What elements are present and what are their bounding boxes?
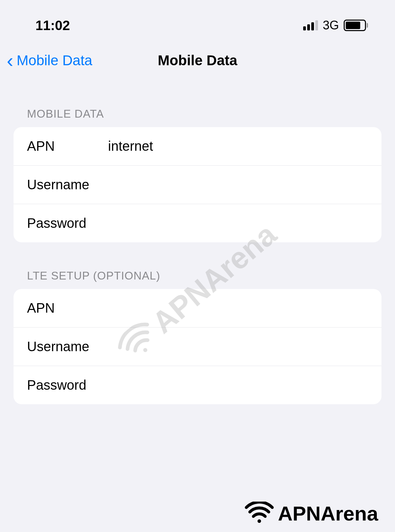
battery-icon xyxy=(344,20,368,31)
wifi-icon xyxy=(244,502,274,525)
form-group-lte-setup: APN Username Password xyxy=(14,289,381,404)
network-type-label: 3G xyxy=(323,18,339,32)
field-label-lte-apn: APN xyxy=(27,300,108,316)
form-group-mobile-data: APN Username Password xyxy=(14,127,381,242)
form-row-lte-username[interactable]: Username xyxy=(14,328,381,366)
back-button[interactable]: ‹ Mobile Data xyxy=(7,51,92,70)
lte-username-input[interactable] xyxy=(108,339,368,354)
brand-footer: APNArena xyxy=(244,502,378,525)
section-header-mobile-data: MOBILE DATA xyxy=(0,80,395,127)
field-label-password: Password xyxy=(27,216,108,231)
lte-apn-input[interactable] xyxy=(108,300,368,316)
status-time: 11:02 xyxy=(35,18,70,33)
status-bar: 11:02 3G xyxy=(0,0,395,34)
chevron-left-icon: ‹ xyxy=(7,51,13,70)
lte-password-input[interactable] xyxy=(108,378,368,393)
username-input[interactable] xyxy=(108,177,368,192)
field-label-lte-password: Password xyxy=(27,378,108,393)
form-row-lte-password[interactable]: Password xyxy=(14,366,381,404)
form-row-lte-apn[interactable]: APN xyxy=(14,289,381,328)
back-label: Mobile Data xyxy=(17,52,92,69)
page-title: Mobile Data xyxy=(158,52,237,69)
signal-icon xyxy=(303,20,318,30)
status-indicators: 3G xyxy=(303,18,368,32)
section-header-lte-setup: LTE SETUP (OPTIONAL) xyxy=(0,242,395,289)
field-label-apn: APN xyxy=(27,139,108,154)
password-input[interactable] xyxy=(108,216,368,231)
form-row-apn[interactable]: APN xyxy=(14,127,381,166)
apn-input[interactable] xyxy=(108,139,368,154)
field-label-lte-username: Username xyxy=(27,339,108,354)
navigation-bar: ‹ Mobile Data Mobile Data xyxy=(0,34,395,80)
brand-text: APNArena xyxy=(278,502,378,525)
form-row-password[interactable]: Password xyxy=(14,204,381,242)
form-row-username[interactable]: Username xyxy=(14,166,381,204)
field-label-username: Username xyxy=(27,177,108,192)
